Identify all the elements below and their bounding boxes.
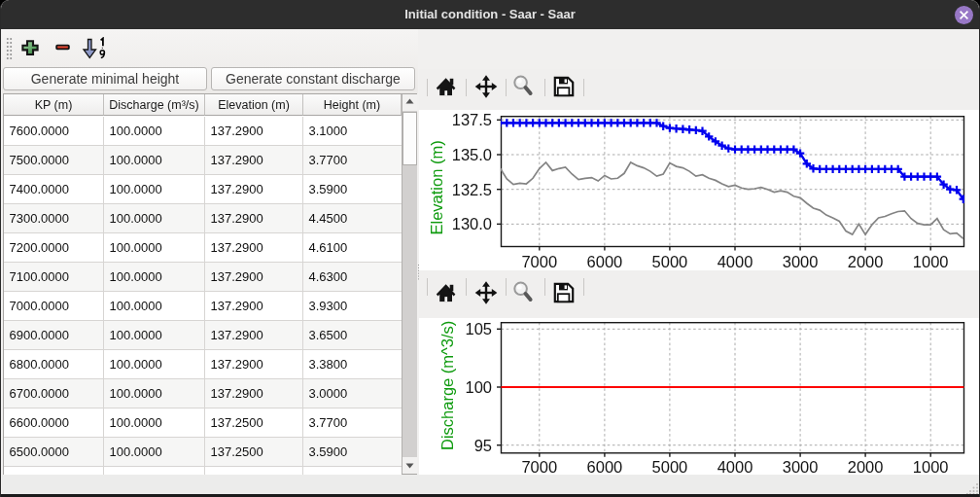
svg-text:Discharge (m^3/s): Discharge (m^3/s) bbox=[438, 321, 456, 450]
svg-text:132.5: 132.5 bbox=[452, 181, 492, 198]
svg-text:Elevation (m): Elevation (m) bbox=[428, 140, 445, 234]
svg-text:1000: 1000 bbox=[913, 458, 949, 476]
svg-text:6000: 6000 bbox=[587, 458, 623, 476]
svg-text:5000: 5000 bbox=[652, 253, 688, 270]
svg-text:6000: 6000 bbox=[587, 253, 623, 270]
svg-text:5000: 5000 bbox=[652, 458, 688, 476]
svg-text:130.0: 130.0 bbox=[452, 215, 492, 232]
svg-text:2000: 2000 bbox=[848, 458, 884, 476]
svg-text:7000: 7000 bbox=[521, 253, 557, 270]
svg-text:95: 95 bbox=[474, 437, 492, 454]
svg-text:3000: 3000 bbox=[783, 458, 819, 476]
svg-text:3000: 3000 bbox=[783, 253, 819, 270]
svg-text:7000: 7000 bbox=[521, 458, 557, 476]
svg-text:2000: 2000 bbox=[848, 253, 884, 270]
svg-text:4000: 4000 bbox=[718, 458, 753, 476]
svg-text:135.0: 135.0 bbox=[452, 146, 492, 163]
svg-text:4000: 4000 bbox=[718, 253, 753, 270]
svg-text:1000: 1000 bbox=[913, 253, 949, 270]
svg-text:105: 105 bbox=[465, 320, 492, 337]
svg-text:100: 100 bbox=[465, 378, 492, 396]
svg-text:137.5: 137.5 bbox=[452, 111, 492, 128]
